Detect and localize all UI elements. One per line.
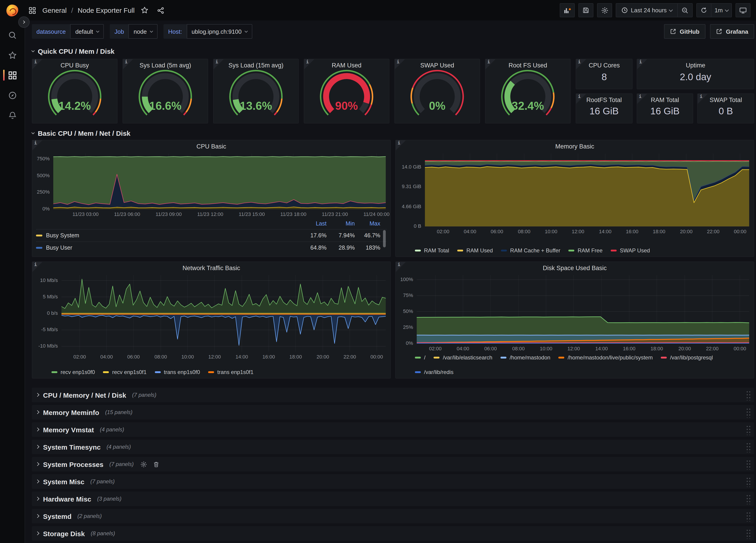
row-memory-vmstat[interactable]: Memory Vmstat(4 panels): [32, 422, 754, 437]
panel-title[interactable]: CPU Busy: [32, 59, 117, 69]
disk-space-plot[interactable]: 0%25%50%75%100%02:0004:0006:0008:0010:00…: [396, 271, 754, 353]
legend-item-busy-user[interactable]: Busy User: [36, 245, 298, 251]
panel-title[interactable]: Disk Space Used Basic: [396, 262, 754, 271]
panel-title[interactable]: Network Traffic Basic: [32, 262, 390, 271]
star-icon[interactable]: [139, 4, 151, 16]
row-hardware-misc[interactable]: Hardware Misc(3 panels): [32, 492, 754, 506]
panel-info-icon[interactable]: i: [698, 94, 708, 104]
dashboard-title[interactable]: Node Exporter Full: [78, 6, 135, 14]
panel-title[interactable]: Sys Load (15m avg): [214, 59, 298, 69]
drag-handle[interactable]: [746, 425, 751, 435]
row-system-timesync[interactable]: System Timesync(4 panels): [32, 440, 754, 454]
variable-value-dropdown[interactable]: default: [70, 24, 104, 39]
legend-scrollbar[interactable]: [383, 230, 386, 247]
panel-info-icon[interactable]: i: [32, 140, 42, 150]
dashboard-settings-button[interactable]: [597, 3, 612, 17]
legend-item[interactable]: /home/mastodon: [501, 354, 550, 361]
kiosk-mode-button[interactable]: [736, 3, 751, 17]
legend-item[interactable]: RAM Used: [457, 247, 493, 254]
panel-title[interactable]: Sys Load (5m avg): [123, 59, 208, 69]
variable-value-dropdown[interactable]: ublog.ipng.ch:9100: [186, 24, 253, 39]
memory-basic-plot[interactable]: 0 B4.66 GiB9.31 GiB14.0 GiB02:0004:0006:…: [396, 150, 754, 236]
share-icon[interactable]: [155, 4, 166, 16]
panel-info-icon[interactable]: i: [123, 59, 133, 69]
legend-item[interactable]: /: [415, 354, 426, 361]
panel-info-icon[interactable]: i: [32, 59, 42, 69]
row-delete-icon[interactable]: [153, 461, 160, 468]
row-memory-meminfo[interactable]: Memory Meminfo(15 panels): [32, 405, 754, 420]
panel-info-icon[interactable]: i: [32, 262, 42, 272]
refresh-button[interactable]: [696, 3, 711, 17]
sidebar-item-search[interactable]: [0, 25, 25, 45]
series-swatch: [661, 357, 667, 359]
legend-item[interactable]: recv enp1s0f1: [103, 369, 147, 375]
panel-title[interactable]: Uptime: [637, 59, 754, 69]
legend-item[interactable]: recv enp1s0f0: [51, 369, 95, 375]
row-system-misc[interactable]: System Misc(7 panels): [32, 474, 754, 489]
panel-info-icon[interactable]: i: [576, 94, 586, 104]
legend-item[interactable]: trans enp1s0f1: [208, 369, 253, 375]
legend-item[interactable]: /home/mastodon/live/public/system: [559, 354, 653, 361]
grafana-logo[interactable]: [6, 4, 18, 16]
row-storage-disk[interactable]: Storage Disk(8 panels): [32, 526, 754, 541]
drag-handle[interactable]: [746, 476, 751, 487]
legend-item[interactable]: RAM Total: [415, 247, 449, 254]
legend-item[interactable]: /var/lib/postgresql: [661, 354, 713, 361]
grafana-link-button[interactable]: Grafana: [710, 24, 754, 39]
legend-col-max[interactable]: Max: [355, 220, 380, 227]
panel-info-icon[interactable]: i: [485, 59, 495, 69]
legend-item[interactable]: /var/lib/redis: [415, 369, 453, 375]
section-basic-cpu-mem-net-disk[interactable]: Basic CPU / Mem / Net / Disk: [32, 128, 754, 138]
panel-info-icon[interactable]: i: [396, 262, 406, 272]
legend-item-busy-system[interactable]: Busy System: [36, 232, 298, 239]
github-link-button[interactable]: GitHub: [664, 24, 705, 39]
legend-item[interactable]: RAM Cache + Buffer: [501, 247, 560, 254]
panel-info-icon[interactable]: i: [576, 59, 586, 69]
legend-item[interactable]: SWAP Used: [611, 247, 650, 254]
sidebar-item-alerting[interactable]: [0, 105, 25, 125]
sidebar-item-starred[interactable]: [0, 45, 25, 65]
sidebar-item-dashboards[interactable]: [0, 65, 25, 85]
panel-info-icon[interactable]: i: [637, 59, 647, 69]
time-range-picker[interactable]: Last 24 hours: [616, 3, 678, 17]
section-quick-cpu-mem-disk[interactable]: Quick CPU / Mem / Disk: [32, 46, 754, 56]
drag-handle[interactable]: [746, 459, 751, 470]
panel-info-icon[interactable]: i: [395, 59, 405, 69]
legend-item[interactable]: trans enp1s0f0: [155, 369, 200, 375]
legend-item[interactable]: /var/lib/elasticsearch: [434, 354, 492, 361]
legend-item[interactable]: RAM Free: [569, 247, 603, 254]
drag-handle[interactable]: [746, 390, 751, 400]
panel-info-icon[interactable]: i: [396, 140, 406, 150]
sidebar-item-explore[interactable]: [0, 85, 25, 105]
refresh-interval-picker[interactable]: 1m: [711, 3, 732, 17]
panel-info-icon[interactable]: i: [214, 59, 224, 69]
drag-handle[interactable]: [746, 511, 751, 522]
panel-title[interactable]: CPU Basic: [32, 140, 390, 150]
panel-title[interactable]: SWAP Used: [395, 59, 480, 69]
drag-handle[interactable]: [746, 494, 751, 504]
row-systemd[interactable]: Systemd(2 panels): [32, 509, 754, 523]
panel-title[interactable]: Root FS Used: [485, 59, 570, 69]
dashboards-grid-icon[interactable]: [26, 4, 38, 16]
row-system-processes[interactable]: System Processes(7 panels): [32, 457, 754, 471]
drag-handle[interactable]: [746, 528, 751, 539]
save-dashboard-button[interactable]: [578, 3, 593, 17]
add-panel-button[interactable]: [560, 3, 575, 17]
row-settings-icon[interactable]: [140, 461, 147, 468]
row-cpu-memory-net-disk[interactable]: CPU / Memory / Net / Disk(7 panels): [32, 388, 754, 402]
cpu-basic-plot[interactable]: 0%250%500%750%11/23 03:0011/23 06:0011/2…: [32, 150, 390, 218]
network-traffic-plot[interactable]: -10 Mb/s-5 Mb/s0 b/s5 Mb/s10 Mb/s02:0004…: [32, 271, 390, 361]
panel-info-icon[interactable]: i: [304, 59, 314, 69]
stat-panel-cpu-cores: i CPU Cores 8: [576, 59, 633, 89]
drag-handle[interactable]: [746, 442, 751, 452]
legend-col-last[interactable]: Last: [298, 220, 327, 227]
zoom-out-button[interactable]: [678, 3, 693, 17]
legend-col-min[interactable]: Min: [327, 220, 355, 227]
drag-handle[interactable]: [746, 407, 751, 418]
breadcrumb-folder[interactable]: General: [42, 6, 67, 14]
variable-value-dropdown[interactable]: node: [129, 24, 158, 39]
panel-title[interactable]: RAM Used: [304, 59, 389, 69]
panel-title[interactable]: Memory Basic: [396, 140, 754, 150]
panel-info-icon[interactable]: i: [637, 94, 647, 104]
sidebar-expand-button[interactable]: [18, 16, 30, 28]
